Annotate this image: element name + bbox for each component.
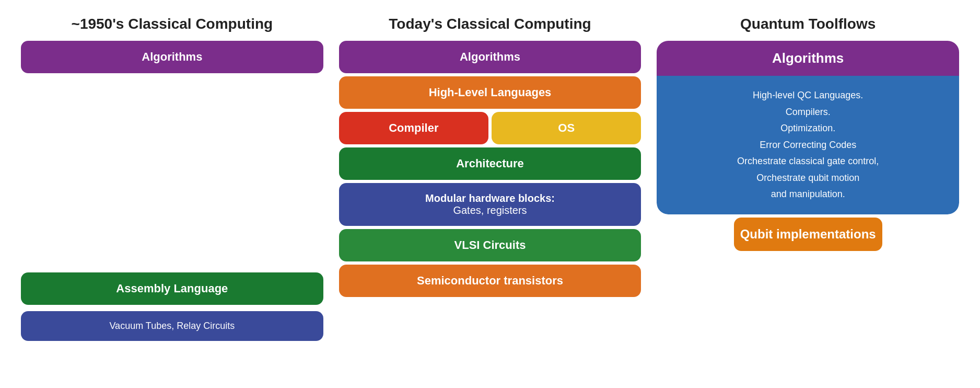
col1-assembly-block: Assembly Language [21,272,323,305]
col3-algorithms-block: Algorithms [657,41,959,76]
col2-architecture-block: Architecture [339,147,641,180]
col3-title: Quantum Toolflows [657,16,959,32]
col2-stack: Algorithms High-Level Languages Compiler… [339,41,641,300]
col1-vacuum-block: Vacuum Tubes, Relay Circuits [21,311,323,341]
col3-blue-content: High-level QC Languages. Compilers. Opti… [657,76,959,214]
col2-semiconductor-block: Semiconductor transistors [339,265,641,297]
column-1950s: ~1950's Classical Computing Algorithms A… [21,16,323,344]
col3-qubit-block: Qubit implementations [734,218,882,251]
col2-title: Today's Classical Computing [339,16,641,32]
col1-title: ~1950's Classical Computing [21,16,323,32]
column-quantum: Quantum Toolflows Algorithms High-level … [657,16,959,251]
col2-algorithms-block: Algorithms [339,41,641,73]
col2-vlsi-block: VLSI Circuits [339,229,641,261]
col1-algorithms-block: Algorithms [21,41,323,73]
col2-compiler-block: Compiler [339,112,488,144]
col2-compiler-os-row: Compiler OS [339,112,641,144]
col2-modular-block: Modular hardware blocks: Gates, register… [339,183,641,226]
col2-os-block: OS [492,112,641,144]
column-today: Today's Classical Computing Algorithms H… [339,16,641,300]
col3-outer-box: Algorithms High-level QC Languages. Comp… [657,41,959,214]
col2-highlevel-block: High-Level Languages [339,76,641,109]
